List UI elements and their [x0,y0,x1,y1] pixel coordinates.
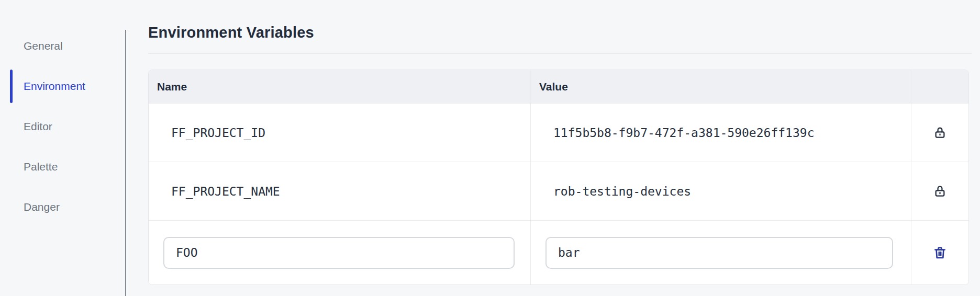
sidebar-item-label: Editor [24,120,52,133]
env-var-name-input[interactable] [163,237,515,269]
sidebar-item-environment[interactable]: Environment [0,70,125,103]
sidebar-item-label: Palette [24,161,58,173]
table-row-editable [149,220,968,284]
env-var-value: 11f5b5b8-f9b7-472f-a381-590e26ff139c [530,104,911,162]
active-indicator [10,70,13,103]
page-title: Environment Variables [148,24,972,54]
sidebar-item-label: General [24,40,63,52]
env-var-name: FF_PROJECT_ID [149,104,530,162]
sidebar-item-general[interactable]: General [0,29,125,63]
column-header-actions [911,70,968,103]
table-header-row: Name Value [149,70,968,103]
environment-variables-table: Name Value FF_PROJECT_ID 11f5b5b8-f9b7-4… [148,70,969,285]
delete-variable-button[interactable] [930,243,950,263]
environment-settings-panel: Environment Variables Name Value FF_PROJ… [148,24,972,285]
table-row: FF_PROJECT_ID 11f5b5b8-f9b7-472f-a381-59… [149,103,968,162]
table-row: FF_PROJECT_NAME rob-testing-devices [149,162,968,220]
column-header-name: Name [149,70,530,103]
lock-icon [933,126,947,140]
row-action-cell [911,162,968,220]
env-var-value-input[interactable] [545,237,893,269]
sidebar-item-label: Environment [24,80,85,93]
sidebar-item-danger[interactable]: Danger [0,190,125,224]
trash-icon [932,245,948,260]
env-var-value-cell [530,221,911,284]
settings-sidebar: General Environment Editor Palette Dange… [0,29,125,231]
env-var-name-cell [149,221,530,284]
sidebar-item-editor[interactable]: Editor [0,110,125,143]
sidebar-item-palette[interactable]: Palette [0,150,125,184]
sidebar-item-label: Danger [24,201,60,213]
env-var-value: rob-testing-devices [530,162,911,220]
sidebar-divider [125,30,126,296]
column-header-value: Value [530,70,911,103]
lock-icon [933,184,947,198]
row-action-cell [911,221,968,284]
env-var-name: FF_PROJECT_NAME [149,162,530,220]
row-action-cell [911,104,968,162]
